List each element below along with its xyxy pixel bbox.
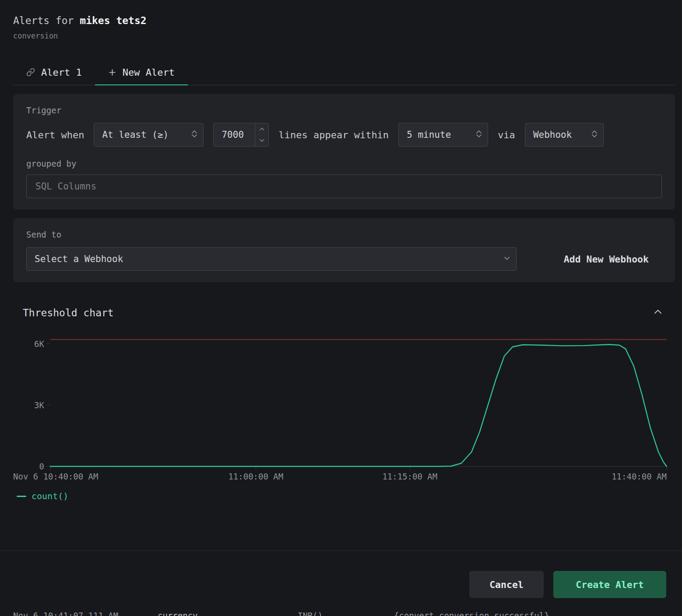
- log-timestamp: Nov 6 10:41:07.111 AM: [13, 611, 118, 616]
- chart-legend: count(): [17, 491, 667, 501]
- webhook-select[interactable]: Select a Webhook: [26, 247, 517, 271]
- stepper-down-icon[interactable]: [255, 135, 268, 146]
- chart-x-axis: Nov 6 10:40:00 AM11:00:00 AM11:15:00 AM1…: [13, 468, 667, 483]
- channel-value: Webhook: [533, 130, 572, 140]
- threshold-value[interactable]: 7000: [214, 123, 255, 146]
- send-to-label: Send to: [26, 230, 662, 239]
- source-name: mikes tets2: [80, 15, 146, 26]
- x-axis-label: 11:00:00 AM: [228, 472, 283, 481]
- tab-label: Alert 1: [41, 67, 82, 78]
- grouped-by-label: grouped by: [26, 159, 662, 168]
- threshold-input[interactable]: 7000: [213, 123, 269, 147]
- tab-alert-1[interactable]: Alert 1: [13, 60, 95, 85]
- trigger-section-label: Trigger: [26, 105, 662, 115]
- collapse-chart-button[interactable]: [652, 306, 664, 319]
- alert-when-label: Alert when: [26, 130, 84, 140]
- trigger-panel: Trigger Alert when At least (≥) 7000 lin…: [13, 94, 675, 210]
- y-axis-label: 3K: [34, 400, 44, 410]
- condition-value: At least (≥): [102, 130, 169, 140]
- threshold-chart-title: Threshold chart: [23, 307, 114, 318]
- time-window-select[interactable]: 5 minute: [398, 123, 488, 147]
- log-message: {convert conversion successful}: [394, 611, 549, 616]
- alert-tabs: Alert 1 New Alert: [13, 60, 675, 85]
- background-log-row: Nov 6 10:41:07.111 AM currency INR() {co…: [0, 610, 682, 616]
- chevron-updown-icon: [591, 129, 598, 141]
- modal-header: Alerts for mikes tets2 conversion: [0, 0, 682, 40]
- plus-icon: [108, 68, 116, 77]
- tab-label: New Alert: [123, 67, 175, 78]
- chart-plot: [50, 339, 667, 466]
- threshold-chart: 03K6K: [13, 339, 667, 466]
- chevron-updown-icon: [475, 129, 482, 141]
- add-new-webhook-button[interactable]: Add New Webhook: [561, 253, 651, 265]
- y-axis-label: 6K: [34, 339, 44, 349]
- cancel-button[interactable]: Cancel: [469, 571, 544, 598]
- x-axis-label: 11:40:00 AM: [612, 472, 667, 481]
- legend-line-swatch: [17, 496, 26, 497]
- log-field: INR(): [298, 611, 323, 616]
- send-to-panel: Send to Select a Webhook Add New Webhook: [13, 218, 675, 282]
- legend-label: count(): [32, 491, 68, 501]
- log-service: currency: [158, 611, 198, 616]
- tab-new-alert[interactable]: New Alert: [95, 60, 188, 85]
- chevron-up-icon: [653, 307, 663, 318]
- x-axis-label: 11:15:00 AM: [382, 472, 437, 481]
- sql-columns-input[interactable]: [26, 175, 662, 198]
- via-label: via: [498, 130, 515, 140]
- stepper-up-icon[interactable]: [255, 123, 268, 135]
- threshold-chart-section: Threshold chart 03K6K Nov 6 10:40:00 AM1…: [13, 306, 667, 501]
- time-window-value: 5 minute: [407, 130, 451, 140]
- webhook-select-value: Select a Webhook: [35, 254, 123, 264]
- create-alert-button[interactable]: Create Alert: [553, 571, 666, 598]
- modal-footer: Cancel Create Alert: [0, 550, 682, 616]
- x-axis-label: Nov 6 10:40:00 AM: [13, 472, 98, 481]
- link-icon: [26, 68, 35, 77]
- lines-appear-label: lines appear within: [278, 130, 389, 140]
- condition-select[interactable]: At least (≥): [94, 123, 204, 147]
- chevron-down-icon: [503, 254, 511, 264]
- chart-y-axis: 03K6K: [13, 339, 50, 466]
- number-stepper: [255, 123, 268, 146]
- page-subtitle: conversion: [13, 32, 669, 40]
- channel-select[interactable]: Webhook: [525, 123, 604, 147]
- chevron-updown-icon: [191, 129, 198, 141]
- page-title: Alerts for mikes tets2: [13, 15, 669, 26]
